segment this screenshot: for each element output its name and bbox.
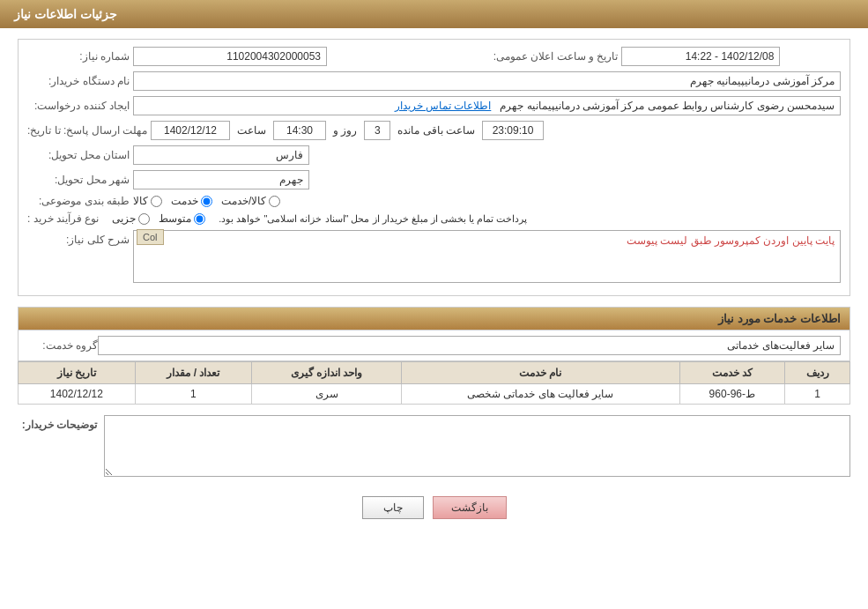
response-remaining-value: 23:09:10 [482, 121, 544, 140]
number-value: 1102004302000053 [133, 47, 327, 66]
buyer-org-value: مرکز آموزشی درمانیپیمانیه جهرم [133, 71, 841, 91]
table-cell-quantity: 1 [135, 384, 252, 405]
table-row: 1ط-96-960سایر فعالیت های خدماتی شخصیسری1… [19, 384, 850, 405]
purchase-option-partial: جزیی [112, 212, 150, 225]
creator-value: سیدمحسن رضوی کارشناس روابط عمومی مرکز آم… [133, 96, 841, 115]
buyer-notes-label: توضیحات خریدار: [18, 415, 97, 434]
description-area: پایت پایین اوردن کمپروسور طبق لیست پیوست… [133, 230, 841, 283]
contact-link[interactable]: اطلاعات تماس خریدار [395, 100, 492, 112]
number-label: شماره نیاز: [27, 50, 133, 63]
category-goods-radio[interactable] [151, 196, 162, 207]
row-creator: ایجاد کننده درخواست: سیدمحسن رضوی کارشنا… [27, 96, 841, 115]
response-time-label: ساعت [234, 124, 270, 137]
response-deadline-group: 1402/12/12 ساعت 14:30 روز و 3 ساعت باقی … [151, 121, 841, 140]
row-number-date: شماره نیاز: 1102004302000053 تاریخ و ساع… [27, 47, 841, 66]
row-city: شهر محل تحویل: جهرم [27, 170, 841, 189]
purchase-partial-label: جزیی [112, 212, 136, 225]
service-group-value: سایر فعالیت‌های خدماتی [98, 336, 841, 355]
purchase-note: پرداخت تمام یا بخشی از مبلغ خریدار از مح… [219, 213, 527, 225]
buyer-notes-section: توضیحات خریدار: [18, 415, 850, 477]
category-label: طبقه بندی موضوعی: [27, 195, 133, 207]
city-label: شهر محل تحویل: [27, 174, 133, 186]
buyer-notes-row: توضیحات خریدار: [18, 415, 850, 477]
col-header-qty: تعداد / مقدار [135, 362, 252, 384]
row-description: شرح کلی نیاز: پایت پایین اوردن کمپروسور … [27, 230, 841, 283]
col-header-row: ردیف [785, 362, 850, 384]
announce-datetime-label: تاریخ و ساعت اعلان عمومی: [493, 50, 622, 63]
buyer-notes-textarea[interactable] [104, 415, 850, 477]
buyer-org-label: نام دستگاه خریدار: [27, 75, 133, 87]
purchase-type-label: نوع فرآیند خرید : [27, 212, 99, 225]
row-category: طبقه بندی موضوعی: کالا خدمت کالا/خدمت [27, 195, 841, 207]
col-header-code: کد خدمت [679, 362, 784, 384]
row-buyer-org: نام دستگاه خریدار: مرکز آموزشی درمانیپیم… [27, 71, 841, 91]
page-wrapper: جزئیات اطلاعات نیاز شماره نیاز: 11020043… [0, 0, 868, 609]
purchase-radio-group: جزیی متوسط [112, 212, 205, 225]
page-header: جزئیات اطلاعات نیاز [0, 0, 868, 28]
need-info-body: شماره نیاز: 1102004302000053 تاریخ و ساع… [19, 40, 849, 295]
description-label: شرح کلی نیاز: [27, 230, 133, 246]
services-table: ردیف کد خدمت نام خدمت واحد اندازه گیری ت… [18, 361, 850, 405]
need-info-section: شماره نیاز: 1102004302000053 تاریخ و ساع… [18, 39, 850, 296]
description-value: پایت پایین اوردن کمپروسور طبق لیست پیوست [133, 230, 841, 283]
category-option-goods: کالا [133, 195, 162, 207]
response-days-value: 3 [364, 121, 390, 140]
print-button[interactable]: چاپ [362, 496, 424, 519]
main-content: شماره نیاز: 1102004302000053 تاریخ و ساع… [0, 28, 868, 544]
row-response-deadline: مهلت ارسال پاسخ: تا تاریخ: 1402/12/12 سا… [27, 121, 841, 140]
table-cell-name: سایر فعالیت های خدماتی شخصی [402, 384, 680, 405]
purchase-medium-label: متوسط [159, 212, 191, 225]
category-radio-group: کالا خدمت کالا/خدمت [133, 195, 280, 207]
table-cell-code: ط-96-960 [679, 384, 784, 405]
table-cell-unit: سری [252, 384, 402, 405]
purchase-partial-radio[interactable] [138, 213, 150, 225]
category-both-radio[interactable] [269, 196, 280, 207]
creator-label: ایجاد کننده درخواست: [27, 100, 133, 112]
row-province: استان محل تحویل: فارس [27, 145, 841, 165]
city-value: جهرم [133, 170, 309, 189]
category-option-both: کالا/خدمت [221, 195, 280, 207]
category-goods-label: کالا [133, 195, 148, 207]
table-cell-row: 1 [785, 384, 850, 405]
province-value: فارس [133, 145, 309, 165]
response-days-label: روز و [330, 124, 360, 137]
response-date-value: 1402/12/12 [151, 121, 230, 140]
category-service-label: خدمت [171, 195, 198, 207]
services-title: اطلاعات خدمات مورد نیاز [18, 307, 850, 330]
response-deadline-label: مهلت ارسال پاسخ: تا تاریخ: [27, 124, 151, 137]
category-option-service: خدمت [171, 195, 212, 207]
purchase-medium-radio[interactable] [194, 213, 205, 225]
col-header-name: نام خدمت [402, 362, 680, 384]
page-title: جزئیات اطلاعات نیاز [14, 7, 117, 21]
service-group-row: گروه خدمت: سایر فعالیت‌های خدماتی [18, 330, 850, 361]
announce-datetime-value: 1402/12/08 - 14:22 [621, 47, 780, 66]
back-button[interactable]: بازگشت [433, 496, 507, 519]
response-remaining-label: ساعت باقی مانده [394, 124, 479, 137]
row-purchase-type: نوع فرآیند خرید : جزیی متوسط پرداخت تمام… [27, 212, 841, 225]
category-service-radio[interactable] [201, 196, 212, 207]
services-section: اطلاعات خدمات مورد نیاز گروه خدمت: سایر … [18, 307, 850, 405]
table-cell-date: 1402/12/12 [19, 384, 136, 405]
col-header-date: تاریخ نیاز [19, 362, 136, 384]
col-badge: Col [137, 229, 164, 245]
province-label: استان محل تحویل: [27, 149, 133, 161]
action-buttons: بازگشت چاپ [18, 487, 850, 533]
purchase-option-medium: متوسط [159, 212, 205, 225]
col-header-unit: واحد اندازه گیری [252, 362, 402, 384]
response-time-value: 14:30 [273, 121, 326, 140]
service-group-label: گروه خدمت: [27, 339, 98, 352]
category-both-label: کالا/خدمت [221, 195, 266, 207]
creator-name: سیدمحسن رضوی کارشناس روابط عمومی مرکز آم… [500, 100, 835, 112]
